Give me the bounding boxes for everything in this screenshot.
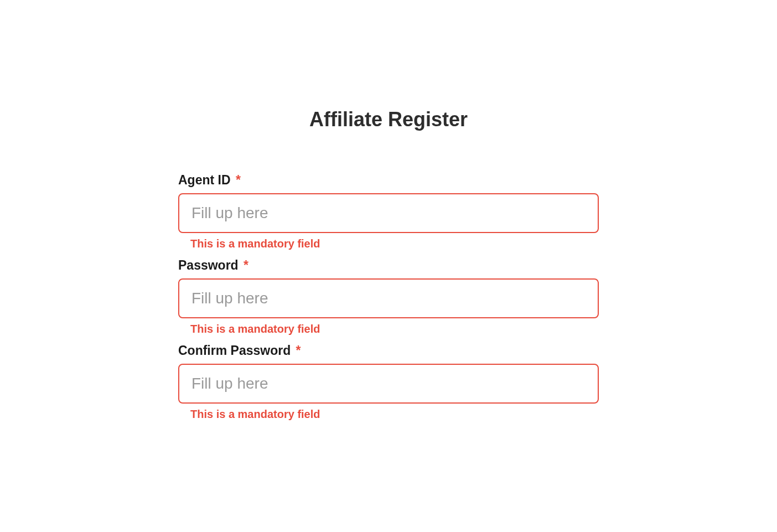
agent-id-label: Agent ID * (178, 173, 599, 188)
form-group-password: Password * This is a mandatory field (178, 258, 599, 335)
agent-id-error: This is a mandatory field (190, 237, 599, 250)
confirm-password-label-text: Confirm Password (178, 343, 291, 358)
password-label: Password * (178, 258, 599, 273)
agent-id-label-text: Agent ID (178, 173, 231, 187)
agent-id-input[interactable] (178, 193, 599, 233)
password-label-text: Password (178, 258, 239, 272)
page-title: Affiliate Register (178, 108, 599, 131)
form-group-agent-id: Agent ID * This is a mandatory field (178, 173, 599, 250)
confirm-password-label: Confirm Password * (178, 343, 599, 358)
confirm-password-error: This is a mandatory field (190, 408, 599, 421)
required-mark: * (244, 258, 248, 272)
register-form-container: Affiliate Register Agent ID * This is a … (178, 108, 599, 532)
required-mark: * (236, 173, 241, 187)
password-input[interactable] (178, 278, 599, 318)
password-error: This is a mandatory field (190, 323, 599, 335)
confirm-password-input[interactable] (178, 364, 599, 404)
form-group-confirm-password: Confirm Password * This is a mandatory f… (178, 343, 599, 421)
required-mark: * (296, 343, 301, 358)
